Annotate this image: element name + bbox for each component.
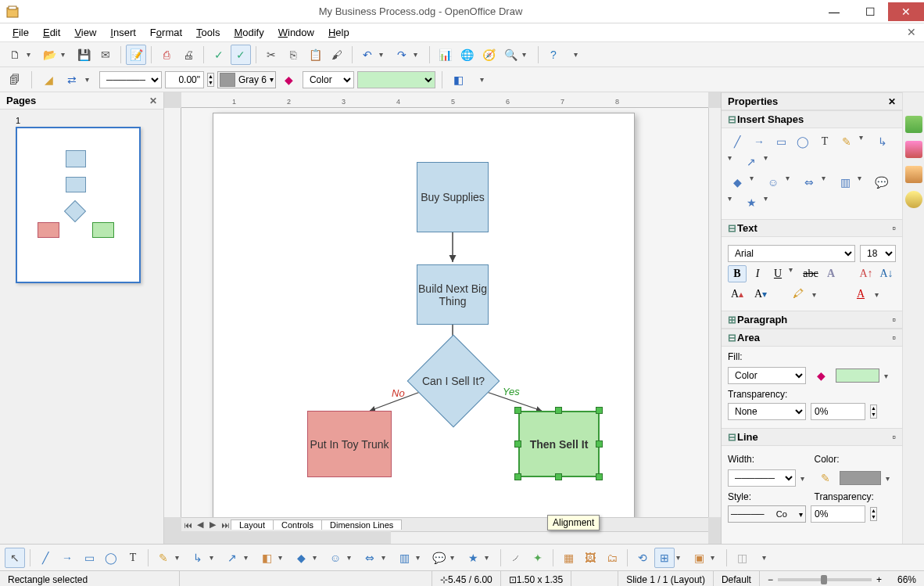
italic-button[interactable]: I xyxy=(748,265,767,282)
menu-modify[interactable]: Modify xyxy=(227,25,270,40)
arrow-style-button[interactable]: ⇄ xyxy=(62,70,82,90)
fontwork-tool[interactable]: ▦ xyxy=(558,548,578,568)
callout-tool[interactable]: 💬 xyxy=(428,548,449,568)
fill-color-select[interactable] xyxy=(357,71,435,88)
shape-block-arrow-icon[interactable]: ⇔ xyxy=(800,174,818,191)
fill-bucket-icon[interactable]: ◆ xyxy=(811,365,831,386)
properties-close-icon[interactable]: ✕ xyxy=(888,96,896,107)
new-dropdown[interactable]: ▾ xyxy=(27,50,38,59)
zoom-dropdown[interactable]: ▾ xyxy=(522,50,533,59)
line-color-swatch[interactable] xyxy=(840,471,881,485)
symbol-dropdown[interactable]: ▾ xyxy=(347,553,358,562)
undo-button[interactable]: ↶ xyxy=(357,45,378,65)
callout-dropdown[interactable]: ▾ xyxy=(450,553,461,562)
connector-tool[interactable]: ↳ xyxy=(188,548,208,568)
vertical-scrollbar[interactable] xyxy=(708,108,721,517)
tab-dimension[interactable]: Dimension Lines xyxy=(321,519,402,530)
horizontal-scrollbar[interactable] xyxy=(391,531,708,544)
line-style-select[interactable]: ─────── xyxy=(99,71,162,88)
shape-lines-icon[interactable]: ↗ xyxy=(742,153,761,171)
shadow-text-button[interactable]: A xyxy=(822,265,840,282)
star-dropdown[interactable]: ▾ xyxy=(485,553,496,562)
decrease-font-button[interactable]: A↓ xyxy=(877,265,896,282)
page-thumbnail[interactable]: 1 xyxy=(16,116,148,283)
shape-build-next[interactable]: Build Next Big Thing xyxy=(417,264,489,325)
menu-help[interactable]: Help xyxy=(322,25,356,40)
line-style-select[interactable]: ─────Co▾ xyxy=(728,505,806,523)
tab-nav-last[interactable]: ⏭ xyxy=(219,520,231,530)
expand-icon[interactable]: ⊟ xyxy=(728,332,737,343)
toolbar2-options[interactable]: ▾ xyxy=(472,70,492,90)
expand-icon[interactable]: ⊟ xyxy=(728,222,737,234)
close-button[interactable]: ✕ xyxy=(888,2,924,21)
spinner-up[interactable]: ▲ xyxy=(871,508,876,514)
open-button[interactable]: 📂 xyxy=(39,45,59,65)
selection-handle[interactable] xyxy=(555,473,562,480)
save-button[interactable]: 💾 xyxy=(73,45,94,65)
gluepoints-tool[interactable]: ✦ xyxy=(528,548,548,568)
shape-sell-it[interactable]: Then Sell It xyxy=(518,411,600,477)
arrow-style-dropdown[interactable]: ▾ xyxy=(85,75,96,84)
section-more-icon[interactable]: ▫ xyxy=(892,431,896,443)
redo-button[interactable]: ↷ xyxy=(392,45,412,65)
selection-handle[interactable] xyxy=(555,407,562,414)
edit-file-button[interactable]: 📝 xyxy=(126,45,146,65)
zoom-out-icon[interactable]: − xyxy=(768,574,773,585)
line-color-dropdown[interactable]: ▾ xyxy=(886,474,896,483)
zoom-slider[interactable] xyxy=(778,578,872,581)
sidebar-tab-gallery[interactable] xyxy=(905,141,922,158)
paste-button[interactable]: 📋 xyxy=(305,45,325,65)
menu-insert[interactable]: Insert xyxy=(104,25,142,40)
spellcheck-button[interactable]: ✓ xyxy=(209,45,229,65)
shape-star-icon[interactable]: ★ xyxy=(742,194,761,211)
basic-shapes-tool[interactable]: ◆ xyxy=(291,548,311,568)
symbol-shapes-tool[interactable]: ☺ xyxy=(325,548,346,568)
subscript-button[interactable]: A▾ xyxy=(751,286,770,303)
selection-handle[interactable] xyxy=(514,473,521,480)
email-button[interactable]: ✉ xyxy=(95,45,116,65)
shape-ellipse-icon[interactable]: ◯ xyxy=(793,133,812,150)
curve-dropdown[interactable]: ▾ xyxy=(175,553,186,562)
spinner-up[interactable]: ▲ xyxy=(871,405,876,412)
tab-controls[interactable]: Controls xyxy=(273,519,322,530)
selection-handle[interactable] xyxy=(514,407,521,414)
spinner-down[interactable]: ▼ xyxy=(871,412,876,418)
hyperlink-button[interactable]: 🌐 xyxy=(457,45,477,65)
format-paintbrush-button[interactable]: 🖌 xyxy=(327,45,347,65)
connector-dropdown[interactable]: ▾ xyxy=(210,553,220,562)
maximize-button[interactable]: ☐ xyxy=(852,2,888,21)
expand-icon[interactable]: ⊟ xyxy=(728,113,737,125)
ellipse-tool[interactable]: ◯ xyxy=(101,548,121,568)
expand-icon[interactable]: ⊞ xyxy=(728,314,737,325)
text-tool[interactable]: T xyxy=(123,548,143,568)
shape-rect-icon[interactable]: ▭ xyxy=(772,133,790,150)
shape-connector-icon[interactable]: ↳ xyxy=(873,133,892,150)
fill-color-dropdown[interactable]: ▾ xyxy=(884,372,895,380)
fill-color-swatch[interactable] xyxy=(836,368,879,383)
rect-tool[interactable]: ▭ xyxy=(79,548,99,568)
navigator-button[interactable]: 🧭 xyxy=(478,45,499,65)
zoom-control[interactable]: − + xyxy=(760,571,890,586)
menu-file[interactable]: File xyxy=(6,25,35,40)
selection-handle[interactable] xyxy=(596,407,603,414)
sidebar-tab-properties[interactable] xyxy=(905,116,922,133)
print-button[interactable]: 🖨 xyxy=(178,45,199,65)
help-button[interactable]: ? xyxy=(543,45,564,65)
gallery-tool[interactable]: 🗂 xyxy=(602,548,622,568)
superscript-button[interactable]: A▴ xyxy=(728,286,747,303)
edit-points-tool[interactable]: ⟋ xyxy=(506,548,526,568)
styles-button[interactable]: 🗐 xyxy=(5,70,25,90)
page-surface[interactable]: Buy Supplies Build Next Big Thing Can I … xyxy=(213,113,635,517)
menu-window[interactable]: Window xyxy=(272,25,321,40)
pages-close-icon[interactable]: ✕ xyxy=(149,95,157,106)
tab-layout[interactable]: Layout xyxy=(231,519,274,530)
block-arrows-tool[interactable]: ⇔ xyxy=(360,548,380,568)
lines-arrows-tool[interactable]: ↗ xyxy=(222,548,242,568)
basic-dropdown[interactable]: ▾ xyxy=(313,553,324,562)
menu-format[interactable]: Format xyxy=(144,25,188,40)
underline-button[interactable]: U xyxy=(768,265,787,282)
pencil-icon[interactable]: ✎ xyxy=(815,468,835,488)
redo-dropdown[interactable]: ▾ xyxy=(414,50,424,59)
shape-flowchart-icon[interactable]: ▥ xyxy=(836,174,854,191)
vertical-ruler[interactable] xyxy=(164,108,181,517)
